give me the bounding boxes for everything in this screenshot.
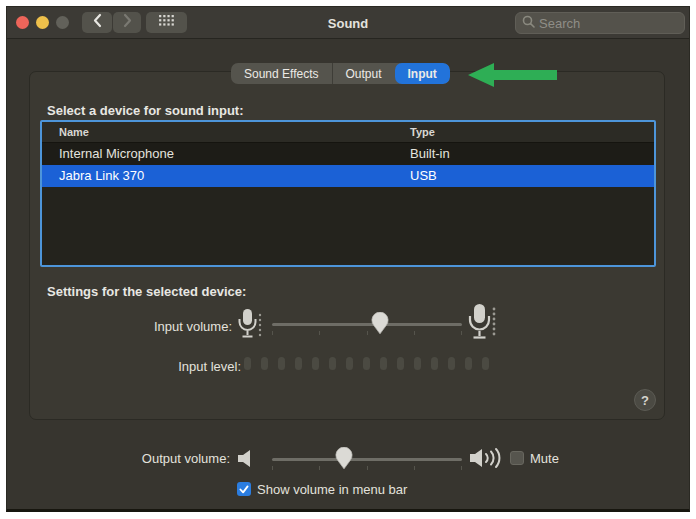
device-table: Name Type Internal Microphone Built-in J… <box>40 120 656 267</box>
grid-icon <box>159 14 174 32</box>
input-volume-slider[interactable] <box>272 309 462 341</box>
search-field[interactable] <box>515 12 685 34</box>
speaker-low-icon <box>237 449 255 472</box>
slider-track[interactable] <box>272 323 462 326</box>
question-mark-icon: ? <box>641 393 649 408</box>
settings-label: Settings for the selected device: <box>47 284 246 299</box>
mute-checkbox[interactable] <box>510 451 524 465</box>
slider-ticks <box>272 466 462 470</box>
tab-output[interactable]: Output <box>332 63 395 84</box>
input-volume-slider-thumb[interactable] <box>371 312 389 339</box>
green-arrow-annotation <box>467 62 559 93</box>
speaker-high-icon <box>469 447 507 473</box>
column-header-type[interactable]: Type <box>410 126 435 138</box>
tab-sound-effects[interactable]: Sound Effects <box>231 63 332 84</box>
search-icon <box>522 14 535 32</box>
window-controls <box>16 16 69 29</box>
forward-button[interactable] <box>113 12 141 33</box>
output-volume-slider-thumb[interactable] <box>335 447 353 474</box>
show-volume-checkbox[interactable] <box>237 482 251 496</box>
search-input[interactable] <box>539 16 669 31</box>
tab-input[interactable]: Input <box>395 63 450 84</box>
select-device-label: Select a device for sound input: <box>47 103 243 118</box>
table-header-row: Name Type <box>42 122 654 143</box>
close-window-icon[interactable] <box>16 16 29 29</box>
chevron-left-icon <box>92 13 103 32</box>
minimize-window-icon[interactable] <box>36 16 49 29</box>
input-volume-label: Input volume: <box>27 319 232 334</box>
output-volume-slider[interactable] <box>272 444 462 476</box>
show-all-button[interactable] <box>146 12 187 33</box>
zoom-window-icon[interactable] <box>56 16 69 29</box>
column-header-name[interactable]: Name <box>59 126 89 138</box>
output-volume-label: Output volume: <box>25 451 230 466</box>
device-type: USB <box>410 165 437 187</box>
chevron-right-icon <box>122 13 133 32</box>
input-level-label: Input level: <box>67 359 241 374</box>
tab-bar: Sound Effects Output Input <box>231 63 450 84</box>
title-bar: Sound <box>7 7 689 39</box>
help-button[interactable]: ? <box>634 389 656 411</box>
mute-label: Mute <box>530 451 559 466</box>
table-row-jabra-link-370[interactable]: Jabra Link 370 USB <box>42 165 654 187</box>
sound-preferences-window: Sound Sound Effects Output Input Select … <box>6 6 690 512</box>
microphone-low-icon <box>236 308 264 346</box>
microphone-high-icon <box>466 303 498 347</box>
slider-track[interactable] <box>272 458 462 461</box>
checkmark-icon <box>239 480 249 498</box>
device-name: Internal Microphone <box>59 143 174 165</box>
back-button[interactable] <box>82 12 112 33</box>
slider-ticks <box>272 331 462 335</box>
device-name: Jabra Link 370 <box>59 165 144 187</box>
device-type: Built-in <box>410 143 450 165</box>
show-volume-label: Show volume in menu bar <box>257 482 407 497</box>
input-level-meter <box>244 357 489 370</box>
table-row-internal-microphone[interactable]: Internal Microphone Built-in <box>42 143 654 165</box>
